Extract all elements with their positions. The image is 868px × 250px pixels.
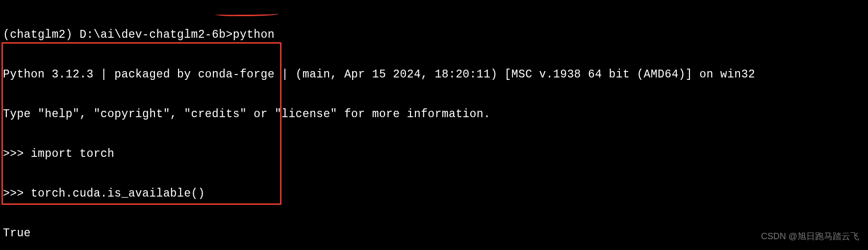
python-help-line: Type "help", "copyright", "credits" or "… (3, 108, 865, 121)
terminal-window[interactable]: (chatglm2) D:\ai\dev-chatglm2-6b>python … (0, 0, 868, 250)
repl-line-is-available: >>> torch.cuda.is_available() (3, 187, 865, 200)
python-version-line: Python 3.12.3 | packaged by conda-forge … (3, 68, 865, 81)
prompt-line: (chatglm2) D:\ai\dev-chatglm2-6b>python (3, 28, 865, 42)
repl-line-import-torch: >>> import torch (3, 148, 865, 161)
annotation-box (1, 42, 281, 205)
annotation-underline (215, 10, 279, 16)
output-true: True (3, 227, 865, 240)
watermark-text: CSDN @旭日跑马踏云飞 (761, 230, 859, 243)
